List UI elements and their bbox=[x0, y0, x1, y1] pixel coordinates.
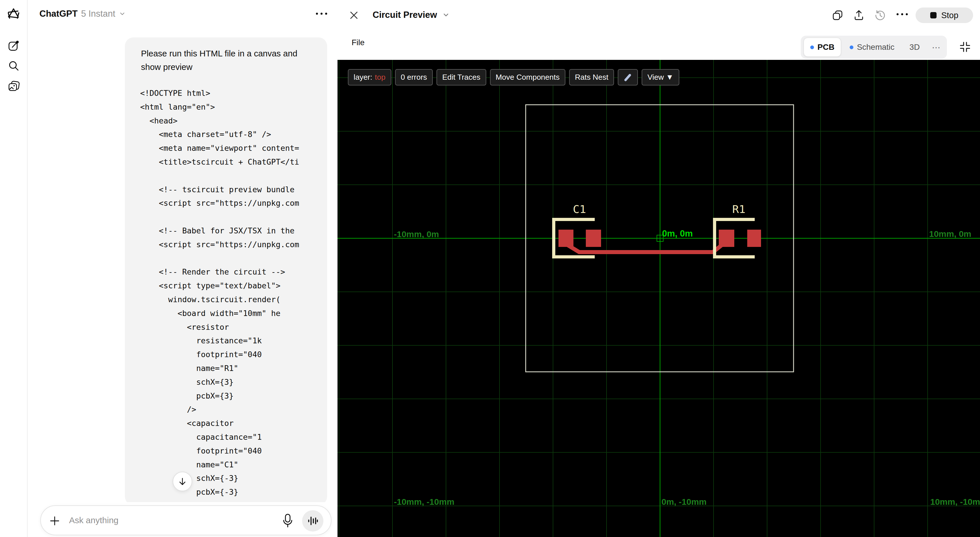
chat-input[interactable] bbox=[69, 513, 253, 528]
tab-3d-label: 3D bbox=[910, 43, 920, 52]
toolbar-button[interactable]: Rats Nest bbox=[569, 69, 614, 86]
chevron-down-icon[interactable] bbox=[119, 10, 126, 17]
component-ref-label: R1 bbox=[732, 203, 746, 215]
silkscreen-outline bbox=[713, 218, 716, 258]
layer-label: layer: bbox=[354, 73, 372, 82]
new-chat-icon[interactable] bbox=[8, 40, 20, 52]
toolbar-button[interactable]: Move Components bbox=[490, 69, 565, 86]
grid-coordinate-label: 10mm, 0m bbox=[929, 229, 971, 239]
microphone-icon[interactable] bbox=[282, 513, 293, 529]
openai-logo-icon[interactable] bbox=[7, 8, 20, 21]
share-upload-icon[interactable] bbox=[853, 10, 865, 21]
composer bbox=[40, 505, 331, 535]
silkscreen-outline bbox=[552, 218, 555, 258]
sidebar bbox=[0, 0, 28, 537]
user-message-text: Please run this HTML file in a canvas an… bbox=[141, 46, 313, 74]
grid-coordinate-label: -10mm, 0m bbox=[394, 229, 439, 239]
origin-coordinate-label: 0m, 0m bbox=[662, 228, 693, 239]
collapse-icon[interactable] bbox=[958, 40, 972, 54]
stop-button[interactable]: Stop bbox=[916, 8, 973, 23]
silkscreen-outline bbox=[552, 218, 595, 221]
chat-app-title: ChatGPT bbox=[40, 9, 78, 19]
close-icon[interactable] bbox=[349, 10, 359, 20]
pcb-pad[interactable] bbox=[747, 229, 761, 247]
blue-dot-icon bbox=[810, 45, 814, 49]
file-menu[interactable]: File bbox=[352, 38, 364, 47]
silkscreen-outline bbox=[552, 255, 595, 258]
pcb-toolbar: layer: top 0 errorsEdit TracesMove Compo… bbox=[348, 69, 679, 86]
stop-square-icon bbox=[930, 12, 937, 18]
layer-button[interactable]: layer: top bbox=[348, 69, 391, 86]
tab-more[interactable]: ⋯ bbox=[929, 38, 944, 57]
app-root: ChatGPT 5 Instant Please run this HTML f… bbox=[0, 0, 980, 537]
pcb-pad[interactable] bbox=[558, 229, 573, 247]
view-tabs: PCB Schematic 3D ⋯ bbox=[801, 36, 947, 59]
tab-schematic-label: Schematic bbox=[857, 43, 894, 52]
silkscreen-outline bbox=[713, 255, 755, 258]
scroll-to-bottom-button[interactable] bbox=[173, 472, 192, 491]
history-icon[interactable] bbox=[874, 10, 886, 21]
toolbar-button[interactable]: 0 errors bbox=[395, 69, 433, 86]
pcb-canvas[interactable]: C1R10m, 0m-10mm, 0m10mm, 0m-10mm, -10mm0… bbox=[337, 60, 980, 537]
waveform-icon bbox=[306, 515, 319, 527]
tab-pcb[interactable]: PCB bbox=[803, 38, 841, 57]
pcb-pad[interactable] bbox=[586, 229, 601, 247]
library-icon[interactable] bbox=[8, 80, 20, 92]
pcb-drawing: C1R10m, 0m-10mm, 0m10mm, 0m-10mm, -10mm0… bbox=[337, 60, 980, 537]
grid-coordinate-label: 0m, -10mm bbox=[662, 497, 707, 507]
search-icon[interactable] bbox=[8, 60, 20, 72]
component-ref-label: C1 bbox=[573, 203, 586, 215]
attach-plus-icon[interactable] bbox=[49, 515, 60, 527]
chat-options-icon[interactable] bbox=[316, 13, 327, 15]
arrow-down-icon bbox=[178, 477, 187, 486]
tab-pcb-label: PCB bbox=[818, 43, 834, 52]
user-message-bubble: Please run this HTML file in a canvas an… bbox=[125, 37, 327, 505]
panel-title-row: Circuit Preview bbox=[372, 10, 450, 20]
grid-coordinate-label: 10mm, -10mm bbox=[930, 497, 980, 507]
panel-title: Circuit Preview bbox=[372, 10, 437, 20]
view-label: View ▼ bbox=[648, 73, 674, 82]
stop-label: Stop bbox=[941, 11, 958, 20]
grid-coordinate-label: -10mm, -10mm bbox=[394, 497, 454, 507]
tab-more-label: ⋯ bbox=[932, 42, 940, 53]
tab-3d[interactable]: 3D bbox=[903, 38, 926, 57]
chat-header: ChatGPT 5 Instant bbox=[40, 9, 126, 19]
code-block: <!DOCTYPE html> <html lang="en"> <head> … bbox=[140, 86, 327, 504]
chevron-down-icon[interactable] bbox=[442, 11, 450, 19]
tab-schematic[interactable]: Schematic bbox=[843, 38, 901, 57]
edit-pencil-button[interactable] bbox=[618, 69, 638, 86]
silkscreen-outline bbox=[713, 218, 755, 221]
layer-value: top bbox=[375, 73, 385, 82]
view-dropdown-button[interactable]: View ▼ bbox=[642, 69, 679, 86]
chat-model-name[interactable]: 5 Instant bbox=[81, 9, 115, 19]
toolbar-button[interactable]: Edit Traces bbox=[436, 69, 486, 86]
blue-dot-icon bbox=[850, 45, 853, 49]
pencil-icon bbox=[624, 73, 632, 82]
panel-options-icon[interactable] bbox=[897, 13, 908, 15]
pcb-pad[interactable] bbox=[719, 229, 734, 247]
copy-icon[interactable] bbox=[832, 10, 843, 21]
voice-mode-button[interactable] bbox=[302, 510, 323, 532]
